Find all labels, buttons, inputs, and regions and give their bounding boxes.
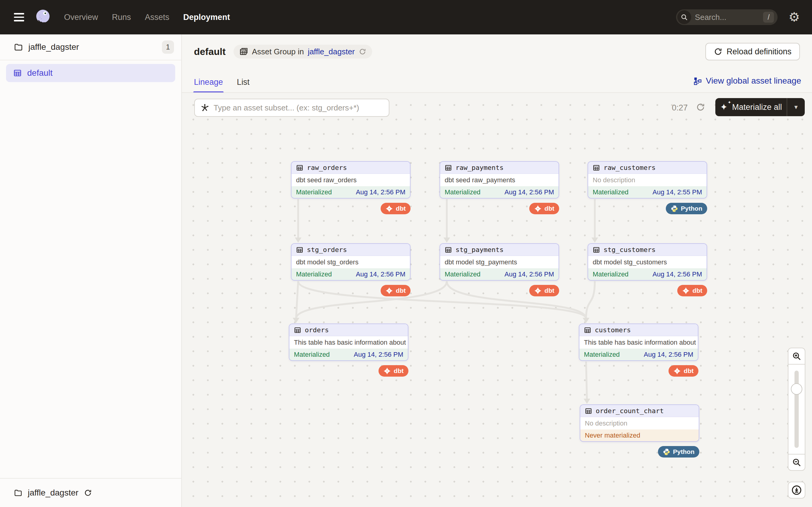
asset-name: customers	[595, 326, 631, 334]
group-badge-prefix: Asset Group in	[252, 47, 304, 56]
repo-count-badge: 1	[162, 41, 174, 54]
tab-lineage[interactable]: Lineage	[194, 77, 223, 93]
asset-name: stg_customers	[604, 246, 656, 253]
hamburger-menu-icon[interactable]	[14, 13, 24, 21]
asset-description: This table has basic information about .…	[579, 336, 698, 349]
asset-status-bar: MaterializedAug 14, 2:56 PM	[440, 186, 559, 198]
zoom-slider-handle[interactable]	[791, 383, 802, 395]
materialize-all-button[interactable]: ✦✦ Materialize all ▾	[715, 98, 805, 116]
asset-subset-input[interactable]	[214, 103, 383, 113]
python-logo-icon	[671, 205, 678, 213]
asset-status-time: Aug 14, 2:56 PM	[356, 188, 405, 196]
asset-description: dbt seed raw_orders	[292, 174, 410, 186]
asset-node-header: raw_payments	[440, 162, 559, 174]
nav-link-deployment[interactable]: Deployment	[183, 13, 230, 22]
dbt-badge[interactable]: dbt	[380, 285, 411, 296]
asset-status-time: Aug 14, 2:56 PM	[356, 270, 405, 278]
asset-subset-filter[interactable]	[194, 99, 389, 117]
search-input[interactable]	[695, 13, 763, 22]
tab-list[interactable]: List	[237, 77, 250, 93]
materialize-dropdown-caret[interactable]: ▾	[786, 98, 805, 116]
asset-status: Materialized	[294, 351, 330, 358]
lineage-canvas[interactable]: 0:27 ✦✦ Materialize all ▾	[182, 93, 812, 507]
asset-description: dbt model stg_customers	[588, 256, 707, 268]
asset-status: Materialized	[593, 270, 629, 278]
view-global-asset-lineage-link[interactable]: View global asset lineage	[693, 76, 801, 86]
asset-node-order_count_chart[interactable]: order_count_chartNo descriptionNever mat…	[580, 404, 699, 442]
asset-node-customers[interactable]: customersThis table has basic informatio…	[579, 324, 698, 361]
dbt-badge[interactable]: dbt	[380, 203, 411, 214]
asset-name: stg_payments	[456, 246, 504, 253]
reload-definitions-button[interactable]: Reload definitions	[705, 43, 800, 60]
asset-status: Materialized	[445, 188, 480, 196]
nav-links: Overview Runs Assets Deployment	[64, 13, 230, 22]
table-icon	[445, 164, 452, 171]
dbt-logo-icon	[534, 205, 542, 213]
dbt-badge[interactable]: dbt	[378, 365, 408, 377]
group-badge-repo-link[interactable]: jaffle_dagster	[308, 47, 355, 56]
asset-node-stg_orders[interactable]: stg_ordersdbt model stg_ordersMaterializ…	[291, 243, 411, 281]
asset-node-stg_customers[interactable]: stg_customersdbt model stg_customersMate…	[588, 243, 707, 281]
dbt-badge[interactable]: dbt	[668, 365, 698, 377]
asset-node-header: raw_orders	[292, 162, 410, 174]
table-icon	[294, 327, 301, 334]
refresh-lineage-icon[interactable]	[696, 103, 705, 112]
folder-icon	[14, 489, 22, 497]
asset-group-icon	[240, 47, 248, 56]
nav-link-overview[interactable]: Overview	[64, 13, 98, 22]
asset-node-header: stg_orders	[292, 244, 410, 256]
zoom-in-button[interactable]	[788, 348, 805, 364]
footer-repo-name: jaffle_dagster	[28, 488, 79, 498]
zoom-slider[interactable]	[788, 364, 805, 454]
sidebar-repo-row[interactable]: jaffle_dagster 1	[0, 35, 181, 60]
dbt-badge[interactable]: dbt	[529, 203, 559, 214]
page-title: default	[194, 46, 226, 57]
asset-node-stg_payments[interactable]: stg_paymentsdbt model stg_paymentsMateri…	[440, 243, 559, 281]
asset-name: raw_orders	[307, 164, 347, 171]
asset-status: Materialized	[296, 270, 332, 278]
sidebar-item-default[interactable]: default	[6, 64, 175, 82]
zoom-out-button[interactable]	[788, 454, 805, 471]
download-image-button[interactable]	[788, 482, 805, 499]
asset-node-raw_customers[interactable]: raw_customersNo descriptionMaterializedA…	[588, 161, 707, 199]
folder-icon	[14, 43, 23, 52]
dbt-logo-icon	[673, 367, 681, 375]
asset-name: orders	[305, 326, 329, 334]
python-badge[interactable]: Python	[666, 203, 707, 214]
asset-description: This table has basic information about .…	[289, 336, 408, 349]
asset-node-header: customers	[579, 324, 698, 336]
asset-status: Materialized	[584, 351, 620, 358]
python-badge[interactable]: Python	[658, 446, 699, 457]
asset-description: dbt model stg_orders	[292, 256, 410, 268]
asset-node-raw_orders[interactable]: raw_ordersdbt seed raw_ordersMaterialize…	[291, 161, 411, 199]
table-icon	[593, 164, 600, 171]
main-header: default Asset Group in jaffle_dagster Re…	[182, 35, 812, 93]
asset-group-icon	[13, 69, 22, 77]
asset-name: raw_customers	[604, 164, 656, 171]
asset-status-bar: MaterializedAug 14, 2:56 PM	[289, 349, 408, 360]
dbt-badge[interactable]: dbt	[529, 285, 559, 296]
table-icon	[585, 407, 592, 415]
dbt-badge[interactable]: dbt	[677, 285, 707, 296]
asset-name: raw_payments	[456, 164, 504, 171]
asset-description: No description	[588, 174, 707, 186]
reload-icon	[714, 47, 722, 56]
gear-icon[interactable]: ⚙	[789, 11, 800, 23]
reload-repo-icon[interactable]	[84, 489, 92, 497]
dagster-logo-icon[interactable]	[34, 8, 52, 26]
asset-node-raw_payments[interactable]: raw_paymentsdbt seed raw_paymentsMateria…	[440, 161, 559, 199]
refresh-timer: 0:27	[672, 103, 688, 113]
asset-description: No description	[580, 417, 699, 430]
search-box[interactable]: /	[676, 9, 777, 25]
sidebar-item-label: default	[27, 68, 53, 78]
dbt-logo-icon	[386, 287, 393, 294]
asset-name: stg_orders	[307, 246, 347, 253]
nav-link-assets[interactable]: Assets	[145, 13, 169, 22]
sidebar-footer: jaffle_dagster	[0, 478, 181, 507]
asset-node-orders[interactable]: ordersThis table has basic information a…	[289, 324, 408, 361]
nav-link-runs[interactable]: Runs	[112, 13, 131, 22]
asset-status-time: Aug 14, 2:56 PM	[354, 351, 403, 358]
zoom-panel	[788, 348, 805, 499]
search-shortcut-badge: /	[763, 12, 774, 23]
refresh-group-icon[interactable]	[359, 48, 366, 55]
